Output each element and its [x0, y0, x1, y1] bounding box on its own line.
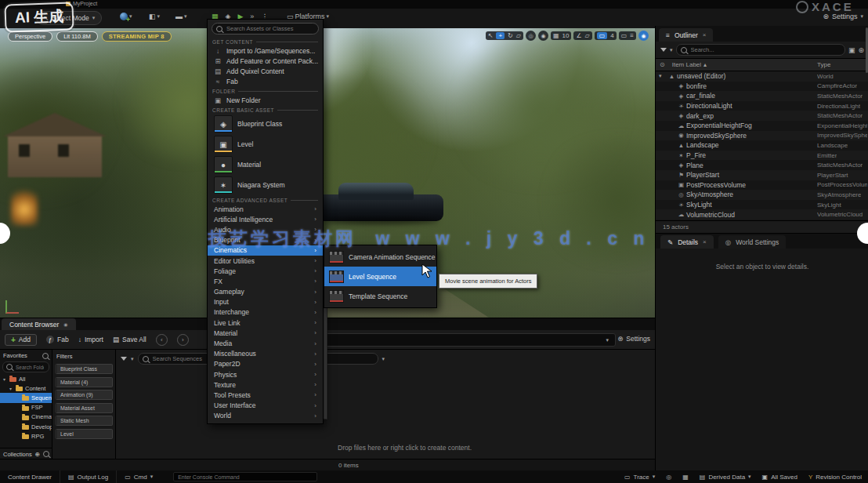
folders-search-box[interactable]	[2, 361, 49, 372]
category-item[interactable]: Paper2D ›	[208, 359, 323, 369]
filter-chip[interactable]: Animation (9)	[55, 390, 113, 400]
folder-tree-item[interactable]: ▾ FSP	[0, 403, 52, 412]
menu-item[interactable]: ▤ Add Quixel Content	[208, 66, 323, 76]
quick-add-dropdown[interactable]: ▾	[120, 13, 132, 20]
category-item[interactable]: Miscellaneous ›	[208, 349, 323, 359]
favorites-header[interactable]: Favorites	[0, 350, 52, 361]
search-icon[interactable]	[43, 451, 49, 457]
content-browser-settings[interactable]: ⊛ Settings	[617, 335, 650, 343]
chevron-down-icon[interactable]: ▾	[670, 47, 673, 53]
column-item-label[interactable]: Item Label	[672, 61, 701, 68]
all-saved-status[interactable]: ▣ All Saved	[762, 474, 797, 481]
outliner-row[interactable]: ☁ VolumetricCloud VolumetricCloud	[656, 209, 868, 220]
category-item[interactable]: Tool Presets ›	[208, 390, 323, 400]
outliner-search-input[interactable]	[689, 45, 841, 54]
fab-button[interactable]: ƒ Fab	[46, 336, 69, 343]
viewport-badge[interactable]: STREAMING MIP 8	[102, 31, 172, 42]
scale-tool-icon[interactable]: ▱	[516, 32, 521, 39]
cmd-dropdown[interactable]: ▭ Cmd ▾	[117, 470, 161, 483]
insights-icon[interactable]: ◎	[666, 474, 671, 481]
category-item[interactable]: Gameplay ›	[208, 287, 323, 297]
category-item[interactable]: Foliage ›	[208, 266, 323, 276]
blueprints-dropdown[interactable]: ◧ ▾	[149, 13, 160, 20]
filter-funnel-icon[interactable]	[660, 48, 667, 52]
viewport-layout-group[interactable]: ▭ ≡	[619, 31, 636, 40]
outliner-row[interactable]: ◈ car_finale StaticMeshActor	[656, 91, 868, 101]
category-item[interactable]: Texture ›	[208, 380, 323, 390]
new-folder-icon[interactable]: ▣	[848, 46, 855, 54]
filter-chip[interactable]: Material (4)	[55, 377, 113, 387]
move-tool-icon[interactable]: +	[496, 32, 505, 39]
tab-details[interactable]: ✎ Details ×	[660, 235, 714, 249]
transform-tools[interactable]: ↖ + ↻ ▱	[486, 31, 523, 40]
filter-chip[interactable]: Material Asset	[55, 403, 113, 413]
outliner-row[interactable]: ◈ Plane StaticMeshActor	[656, 160, 868, 170]
outliner-search-box[interactable]	[676, 44, 845, 56]
category-item[interactable]: User Interface ›	[208, 401, 323, 411]
category-item[interactable]: Animation ›	[208, 204, 323, 214]
select-tool-icon[interactable]: ↖	[488, 32, 494, 39]
outliner-row[interactable]: ✶ P_Fire Emitter	[656, 151, 868, 161]
camera-speed-group[interactable]: ▭ 4	[595, 31, 617, 40]
menu-search-input[interactable]	[225, 24, 314, 33]
category-item[interactable]: Material ›	[208, 328, 323, 338]
outliner-settings-icon[interactable]: ⊛	[858, 46, 864, 54]
tab-world-settings[interactable]: ◎ World Settings	[718, 235, 787, 249]
import-button[interactable]: ↓ Import	[78, 336, 103, 343]
outliner-row[interactable]: ◈ bonfire CampfireActor	[656, 82, 868, 92]
save-all-button[interactable]: ▤ Save All	[113, 336, 146, 343]
back-button[interactable]: ‹	[156, 334, 168, 346]
basic-asset-item[interactable]: ✶ Niagara System	[208, 175, 323, 195]
category-item[interactable]: FX ›	[208, 276, 323, 286]
filter-chip[interactable]: Blueprint Class	[55, 364, 113, 374]
trace-dropdown[interactable]: ▭ Trace ▾	[624, 474, 655, 481]
outliner-row[interactable]: ☀ SkyLight SkyLight	[656, 200, 868, 210]
outliner-row[interactable]: ▲ unsaved (Editor) World	[656, 71, 868, 82]
category-item[interactable]: Interchange ›	[208, 307, 323, 318]
add-button[interactable]: + Add	[5, 334, 37, 346]
folder-tree-item[interactable]: ▾ Sequences	[0, 393, 52, 402]
column-type[interactable]: Type	[817, 61, 830, 68]
console-command-input[interactable]	[173, 472, 317, 481]
rotation-snap-group[interactable]: ∠ ▱	[573, 31, 591, 40]
filter-funnel-icon[interactable]	[121, 357, 127, 361]
filter-chip[interactable]: Static Mesh	[55, 416, 113, 426]
search-icon[interactable]	[42, 353, 49, 359]
category-item[interactable]: Media ›	[208, 338, 323, 348]
filter-chip[interactable]: Level	[55, 429, 113, 439]
menu-item[interactable]: ≈ Fab	[208, 76, 323, 86]
category-item[interactable]: Artificial Intelligence ›	[208, 214, 323, 224]
close-icon[interactable]: ×	[703, 238, 707, 245]
outliner-row[interactable]: ☁ ExponentialHeightFog ExponentialHeight…	[656, 121, 868, 131]
category-item[interactable]: World ›	[208, 411, 323, 421]
asset-view[interactable]: ▾ ▾ Drop files here or right click to cr…	[116, 350, 655, 459]
basic-asset-item[interactable]: ▣ Level	[208, 134, 323, 154]
rotate-tool-icon[interactable]: ↻	[508, 32, 513, 39]
outliner-row[interactable]: ▲ Landscape Landscape	[656, 140, 868, 151]
menu-search-box[interactable]	[212, 23, 319, 34]
viewport-badge[interactable]: Perspective	[8, 31, 52, 42]
basic-asset-item[interactable]: ● Material	[208, 154, 323, 175]
folder-tree-item[interactable]: ▾ Cinematics	[0, 412, 52, 422]
basic-asset-item[interactable]: ◈ Blueprint Class	[208, 114, 323, 134]
menu-item[interactable]: ▣ New Folder	[208, 95, 323, 105]
content-drawer-button[interactable]: Content Drawer	[0, 470, 60, 483]
close-icon[interactable]: ×	[703, 31, 707, 38]
menu-item[interactable]: ↓ Import to /Game/Sequences...	[208, 45, 323, 56]
cinematics-dropdown[interactable]: ▬ ▾	[175, 13, 187, 20]
category-item[interactable]: Input ›	[208, 297, 323, 307]
outliner-row[interactable]: ◎ SkyAtmosphere SkyAtmosphere	[656, 190, 868, 200]
pin-icon[interactable]: ◉	[63, 321, 67, 327]
settings-dropdown[interactable]: ⊛ Settings ▾	[823, 13, 863, 20]
category-item[interactable]: Editor Utilities ›	[208, 256, 323, 266]
grid-status-icon[interactable]: ▦	[682, 474, 689, 481]
output-log-button[interactable]: ▤ Output Log	[60, 470, 117, 483]
category-item[interactable]: Live Link ›	[208, 318, 323, 328]
folder-tree-item[interactable]: ▾ Developers	[0, 422, 52, 431]
realtime-toggle-icon[interactable]: ◉	[638, 31, 649, 41]
forward-button[interactable]: ›	[177, 334, 189, 346]
collections-footer[interactable]: Collections ⊕	[0, 448, 52, 459]
add-collection-icon[interactable]: ⊕	[35, 451, 40, 458]
outliner-row[interactable]: ◈ dark_exp StaticMeshActor	[656, 111, 868, 121]
chevron-down-icon[interactable]: ▾	[382, 356, 385, 362]
